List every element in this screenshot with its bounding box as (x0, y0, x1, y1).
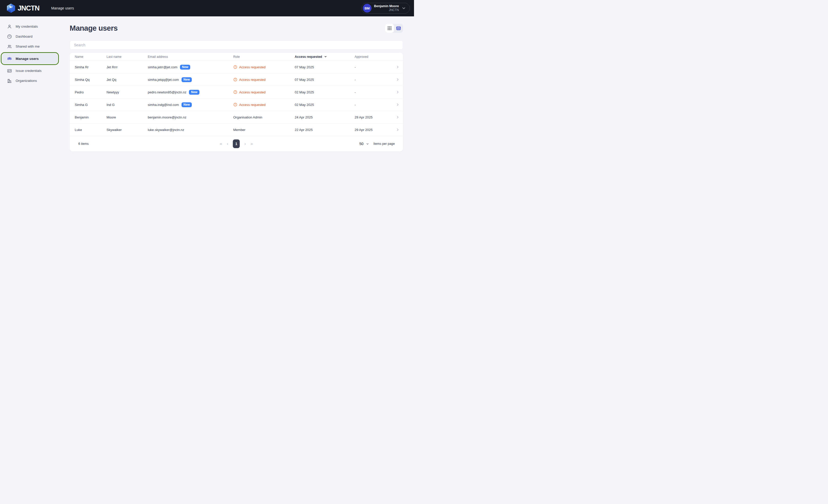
prev-page-button[interactable]: ‹ (227, 141, 229, 146)
column-header-email: Email address (148, 55, 233, 58)
avatar: BM (363, 4, 372, 12)
search-input[interactable] (70, 40, 403, 50)
row-chevron-right-icon[interactable] (393, 78, 400, 81)
cell-first-name: Luke (75, 128, 107, 132)
cell-first-name: Simha G (75, 103, 107, 107)
cell-email: simha.jetqq@jet.com (148, 78, 179, 82)
account-org: JNCTN (374, 8, 399, 12)
cell-role: Organisation Admin (233, 116, 295, 119)
sidebar-item-label: Manage users (15, 57, 39, 61)
sidebar: My credentials Dashboard Shared with me (0, 16, 61, 252)
table-row[interactable]: Pedro Newtyyy pedro.newton85@jnctn.nzNew… (70, 86, 403, 98)
header-page-title: Manage users (51, 6, 74, 10)
brand-name: JNCTN (18, 4, 39, 12)
sidebar-item-my-credentials[interactable]: My credentials (0, 21, 61, 32)
account-menu[interactable]: BM Benjamin Moore JNCTN (362, 3, 410, 13)
table-header-row: Name Last name Email address Role Access… (70, 53, 403, 61)
table-row[interactable]: Benjamin Moore benjamin.moore@jnctn.nz O… (70, 111, 403, 124)
cell-access-requested: 02 May 2025 (295, 90, 355, 94)
sort-chevron-down-icon (324, 55, 327, 58)
sidebar-item-label: Shared with me (15, 45, 40, 48)
manage-users-icon (7, 56, 12, 61)
cell-approved: - (355, 65, 393, 69)
sidebar-item-dashboard[interactable]: Dashboard (0, 32, 61, 41)
sidebar-item-manage-users[interactable]: Manage users (2, 53, 57, 64)
brand-logo: JNCTN (7, 4, 39, 13)
items-per-page-value: 50 (359, 142, 363, 146)
row-chevron-right-icon[interactable] (393, 65, 400, 69)
row-chevron-right-icon[interactable] (393, 90, 400, 94)
page-controls: « ‹ 1 › » (220, 139, 253, 148)
app-root: JNCTN Manage users BM Benjamin Moore JNC… (0, 0, 414, 252)
cell-access-requested: 22 Apr 2025 (295, 128, 355, 132)
building-icon (7, 78, 12, 83)
cell-access-requested: 07 May 2025 (295, 65, 355, 69)
cell-role: Access requested (233, 65, 295, 69)
row-chevron-right-icon[interactable] (393, 116, 400, 119)
cell-approved: - (355, 90, 393, 94)
cell-last-name: Moore (107, 116, 148, 119)
chevron-down-icon (366, 142, 369, 146)
current-page-button[interactable]: 1 (233, 139, 240, 148)
main-content: Manage users (61, 16, 414, 252)
table-row[interactable]: Simha Rr Jet Rrrr simha.jetrr@jet.comNew… (70, 61, 403, 74)
cell-last-name: Skywalker (107, 128, 148, 132)
table-view-icon (396, 26, 401, 31)
first-page-button[interactable]: « (220, 141, 222, 146)
cell-email: benjamin.moore@jnctn.nz (148, 116, 187, 119)
cell-last-name: Jet Rrrr (107, 65, 148, 69)
cell-access-requested: 07 May 2025 (295, 78, 355, 82)
row-chevron-right-icon[interactable] (393, 103, 400, 106)
new-badge: New (181, 102, 192, 107)
next-page-button[interactable]: › (245, 141, 246, 146)
cell-email: pedro.newton85@jnctn.nz (148, 90, 187, 94)
table-view-button[interactable] (394, 24, 403, 33)
column-header-role: Role (233, 55, 295, 58)
cell-role: Member (233, 128, 295, 132)
new-badge: New (189, 90, 200, 95)
table-row[interactable]: Simha Qq Jet Qq simha.jetqq@jet.comNew A… (70, 74, 403, 86)
cell-approved: 29 Apr 2025 (355, 116, 393, 119)
cell-role: Access requested (233, 103, 295, 107)
row-chevron-right-icon[interactable] (393, 128, 400, 132)
dashboard-gauge-icon (7, 34, 12, 39)
annotation-highlight: Manage users (1, 52, 59, 65)
shared-users-icon (7, 44, 12, 49)
users-table-card: Name Last name Email address Role Access… (70, 53, 403, 151)
grid-view-button[interactable] (385, 24, 394, 33)
cell-approved: - (355, 103, 393, 107)
cell-email: simha.jetrr@jet.com (148, 65, 177, 69)
cell-access-requested: 24 Apr 2025 (295, 116, 355, 119)
table-row[interactable]: Simha G Ind G simha.indg@ind.comNew Acce… (70, 98, 403, 111)
sidebar-item-shared-with-me[interactable]: Shared with me (0, 41, 61, 51)
sidebar-item-issue-credentials[interactable]: Issue credentials (0, 66, 61, 76)
new-badge: New (181, 77, 192, 82)
warning-circle-icon (233, 78, 237, 82)
sidebar-item-label: Dashboard (15, 35, 33, 38)
warning-circle-icon (233, 90, 237, 94)
column-header-approved: Approved (355, 55, 393, 58)
page-title: Manage users (70, 24, 118, 33)
id-card-icon (7, 68, 12, 74)
cell-role: Access requested (233, 78, 295, 82)
warning-circle-icon (233, 103, 237, 107)
sidebar-item-label: Organizations (15, 79, 37, 83)
sidebar-item-organizations[interactable]: Organizations (0, 76, 61, 86)
cell-first-name: Simha Qq (75, 78, 107, 82)
column-header-access-requested[interactable]: Access requested (295, 55, 355, 58)
cell-role: Access requested (233, 90, 295, 94)
cell-email: simha.indg@ind.com (148, 103, 179, 107)
app-header: JNCTN Manage users BM Benjamin Moore JNC… (0, 0, 414, 16)
warning-circle-icon (233, 65, 237, 69)
items-per-page-select[interactable]: 50 Items per page (359, 142, 395, 146)
cell-last-name: Newtyyy (107, 90, 148, 94)
account-name: Benjamin Moore (374, 4, 399, 8)
new-badge: New (180, 65, 191, 70)
last-page-button[interactable]: » (250, 141, 253, 146)
view-toggle (385, 24, 403, 33)
cell-approved: - (355, 78, 393, 82)
table-row[interactable]: Luke Skywalker luke.skywalker@jnctn.nz M… (70, 124, 403, 136)
cell-access-requested: 02 May 2025 (295, 103, 355, 107)
items-count: 6 items (78, 142, 89, 146)
cell-approved: 29 Apr 2025 (355, 128, 393, 132)
